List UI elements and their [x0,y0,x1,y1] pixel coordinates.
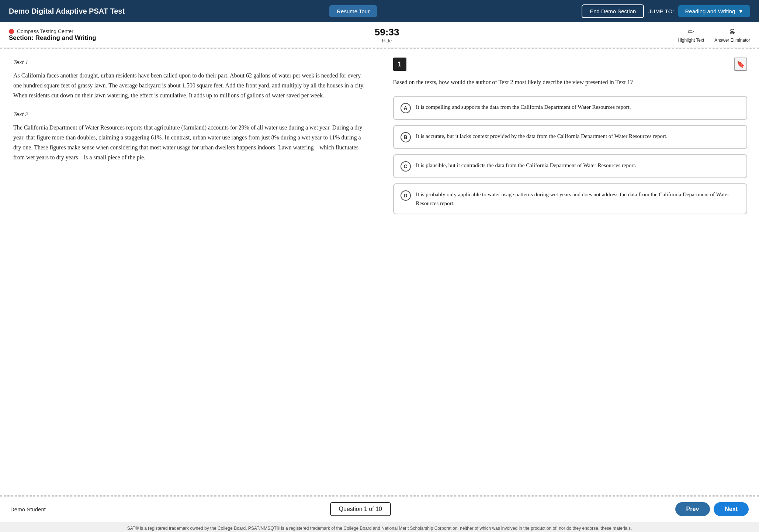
navigation-buttons: Prev Next [675,502,749,516]
text1-content: As California faces another drought, urb… [13,70,368,101]
top-nav-center: Resume Tour [329,5,377,17]
jump-to-dropdown[interactable]: Reading and Writing ▼ [678,5,750,17]
question-counter: Question 1 of 10 [330,502,391,516]
bottom-bar: Demo Student Question 1 of 10 Prev Next [0,496,759,522]
footer: SAT® is a registered trademark owned by … [0,522,759,532]
answer-choices: A It is compelling and supports the data… [393,96,748,214]
org-name: Compass Testing Center [17,28,73,34]
choice-text-a: It is compelling and supports the data f… [416,103,631,111]
org-info: Compass Testing Center [9,28,96,34]
question-header: 1 🔖 [393,58,748,71]
strikethrough-icon: S̶ [730,27,735,36]
text2-label: Text 2 [13,111,368,117]
chevron-down-icon: ▼ [738,8,744,14]
app-title: Demo Digital Adaptive PSAT Test [9,7,125,15]
right-panel: 1 🔖 Based on the texts, how would the au… [381,49,759,495]
hide-timer-button[interactable]: Hide [375,38,399,44]
sub-header: Compass Testing Center Section: Reading … [0,22,759,48]
left-panel: Text 1 As California faces another droug… [0,49,381,495]
question-number-badge: 1 [393,58,406,71]
resume-tour-button[interactable]: Resume Tour [329,5,377,17]
answer-choice-a[interactable]: A It is compelling and supports the data… [393,96,748,120]
choice-letter-a: A [401,103,411,113]
answer-choice-c[interactable]: C It is plausible, but it contradicts th… [393,154,748,178]
choice-letter-b: B [401,132,411,142]
choice-text-b: It is accurate, but it lacks context pro… [416,132,668,141]
answer-choice-d[interactable]: D It is probably only applicable to wate… [393,183,748,214]
main-content: Text 1 As California faces another droug… [0,49,759,495]
bookmark-icon: 🔖 [737,60,745,68]
prev-button[interactable]: Prev [675,502,710,516]
answer-eliminator-button[interactable]: S̶ Answer Eliminator [714,27,750,43]
sub-header-left: Compass Testing Center Section: Reading … [9,28,96,42]
choice-text-c: It is plausible, but it contradicts the … [416,161,637,170]
answer-eliminator-label: Answer Eliminator [714,38,750,43]
highlight-text-button[interactable]: ✏ Highlight Text [677,27,704,43]
top-nav-right: End Demo Section JUMP TO: Reading and Wr… [582,4,750,18]
answer-choice-b[interactable]: B It is accurate, but it lacks context p… [393,125,748,149]
highlight-text-label: Highlight Text [677,38,704,43]
section-label: Section: Reading and Writing [9,34,96,42]
pencil-icon: ✏ [688,27,694,36]
choice-letter-d: D [401,190,411,201]
timer-display: 59:33 [375,27,399,38]
toolbar-right: ✏ Highlight Text S̶ Answer Eliminator [677,27,750,43]
top-navigation: Demo Digital Adaptive PSAT Test Resume T… [0,0,759,22]
org-dot-icon [9,29,14,34]
next-button[interactable]: Next [714,502,749,516]
text1-label: Text 1 [13,59,368,65]
text2-content: The California Department of Water Resou… [13,122,368,163]
footer-text: SAT® is a registered trademark owned by … [127,526,632,531]
end-demo-button[interactable]: End Demo Section [582,4,644,18]
choice-letter-c: C [401,161,411,172]
choice-text-d: It is probably only applicable to water … [416,190,740,208]
timer-section: 59:33 Hide [375,27,399,44]
bookmark-button[interactable]: 🔖 [734,58,747,71]
student-name: Demo Student [10,506,46,512]
jump-to-value: Reading and Writing [685,8,735,14]
question-prompt: Based on the texts, how would the author… [393,77,748,87]
jump-to-label: JUMP TO: [648,8,674,14]
